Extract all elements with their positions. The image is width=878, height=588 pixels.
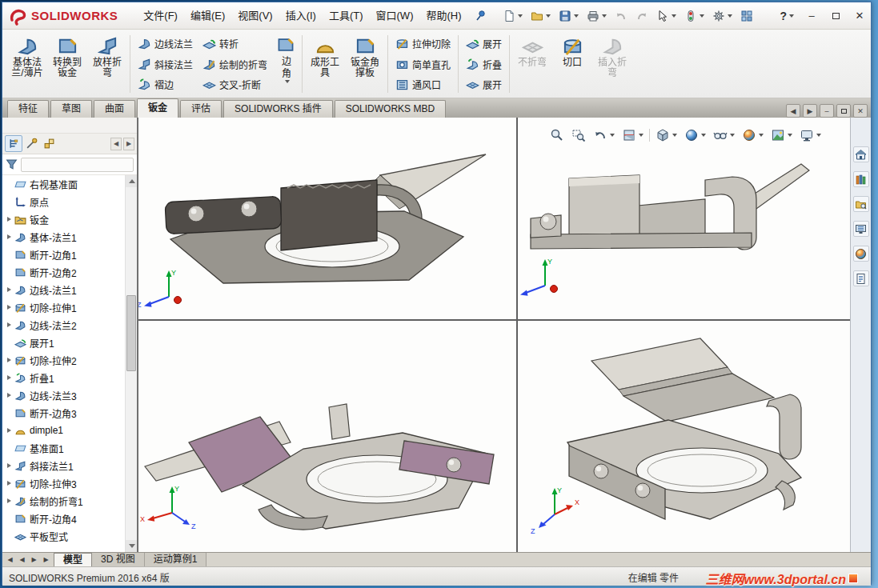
tab-sketch[interactable]: 草图: [50, 100, 92, 118]
hem-button[interactable]: 褶边: [133, 74, 198, 94]
expand-arrow-icon[interactable]: [5, 305, 14, 310]
open-dropdown-caret[interactable]: [546, 14, 551, 18]
last-tab-button[interactable]: ▶: [41, 556, 51, 563]
tree-item-edge-flange3[interactable]: 边线-法兰3: [2, 386, 125, 404]
print-dropdown-caret[interactable]: [602, 14, 607, 18]
custom-properties-button[interactable]: [853, 270, 869, 286]
previous-view-button[interactable]: [591, 126, 616, 144]
configurationmanager-tab[interactable]: [40, 135, 58, 152]
expand-arrow-icon[interactable]: [5, 498, 14, 503]
tree-item-unfold1[interactable]: 展开1: [2, 334, 125, 351]
tree-item-flat-pattern[interactable]: 平板型式: [2, 527, 125, 545]
tree-filter-input[interactable]: [21, 158, 134, 172]
tree-item-break-corner1[interactable]: 断开-边角1: [2, 246, 125, 263]
edit-appearance-button[interactable]: [740, 126, 765, 144]
view-settings-button[interactable]: [798, 126, 823, 144]
menu-tools[interactable]: 工具(T): [323, 3, 370, 29]
options-button[interactable]: [709, 6, 736, 26]
apply-scene-caret[interactable]: [788, 134, 792, 137]
doc-minimize-button[interactable]: –: [820, 104, 834, 118]
corner-button[interactable]: 边角: [272, 32, 299, 96]
expand-arrow-icon[interactable]: [5, 428, 14, 433]
doc-restore-button[interactable]: [836, 104, 851, 118]
expand-arrow-icon[interactable]: [5, 481, 14, 486]
appearances-button[interactable]: [853, 246, 869, 262]
print-button[interactable]: [583, 6, 610, 26]
minimize-button[interactable]: –: [800, 6, 823, 26]
help-dropdown-caret[interactable]: [789, 14, 794, 18]
edit-appearance-caret[interactable]: [759, 134, 764, 137]
pane-scroll-right-button[interactable]: ▶: [803, 104, 817, 118]
tree-item-sheet-metal[interactable]: 钣金: [2, 210, 125, 228]
close-button[interactable]: ✕: [848, 6, 871, 26]
tree-item-cut-extrude3[interactable]: 切除-拉伸3: [2, 474, 125, 492]
tab-motion-study1[interactable]: 运动算例1: [145, 553, 207, 566]
panel-expand-button[interactable]: ▶: [123, 138, 134, 150]
solidworks-resources-button[interactable]: [853, 146, 869, 162]
sheet-metal-gusset-button[interactable]: 钣金角 撑板: [345, 32, 385, 96]
hide-show-items-button[interactable]: [712, 126, 736, 144]
tab-model[interactable]: 模型: [54, 553, 92, 566]
viewport-splitter-vertical[interactable]: [516, 118, 518, 552]
vent-button[interactable]: 通风口: [391, 74, 455, 94]
tab-surfaces[interactable]: 曲面: [94, 100, 135, 118]
expand-arrow-icon[interactable]: [5, 287, 14, 292]
new-dropdown-caret[interactable]: [518, 14, 523, 18]
propertymanager-tab[interactable]: [22, 135, 40, 152]
menu-window[interactable]: 窗口(W): [370, 3, 420, 29]
rip-button[interactable]: 切口: [552, 32, 592, 96]
section-view-caret[interactable]: [639, 134, 643, 137]
tree-item-base-flange1[interactable]: 基体-法兰1: [2, 228, 125, 246]
scroll-up-button[interactable]: [126, 175, 137, 187]
view-orientation-caret[interactable]: [672, 134, 677, 137]
next-tab-button[interactable]: ▶: [29, 556, 39, 563]
menu-insert[interactable]: 插入(I): [279, 3, 323, 29]
section-view-button[interactable]: [620, 126, 645, 144]
tree-item-edge-flange2[interactable]: 边线-法兰2: [2, 316, 125, 334]
tree-item-plane1[interactable]: 基准面1: [2, 439, 125, 457]
expand-arrow-icon[interactable]: [5, 463, 14, 468]
scroll-down-button[interactable]: [126, 540, 137, 552]
tree-item-sketched-bend1[interactable]: 绘制的折弯1: [2, 492, 125, 510]
viewport-splitter-horizontal[interactable]: [138, 319, 852, 321]
tree-item-miter-flange1[interactable]: 斜接法兰1: [2, 457, 125, 474]
doc-close-button[interactable]: ✕: [853, 104, 868, 118]
viewport-quadrant-top-right[interactable]: Z Y: [518, 118, 852, 319]
file-explorer-button[interactable]: [853, 196, 869, 212]
tab-sheet-metal[interactable]: 钣金: [137, 98, 178, 118]
tab-features[interactable]: 特征: [7, 100, 49, 118]
menu-view[interactable]: 视图(V): [231, 3, 279, 29]
rebuild-dropdown-caret[interactable]: [700, 14, 704, 18]
expand-arrow-icon[interactable]: [5, 322, 14, 327]
tab-solidworks-mbd[interactable]: SOLIDWORKS MBD: [335, 100, 446, 118]
tree-item-cut-extrude2[interactable]: 切除-拉伸2: [2, 351, 125, 369]
rebuild-button[interactable]: [681, 6, 708, 26]
jog-button[interactable]: 转折: [198, 34, 272, 54]
extruded-cut-button[interactable]: 拉伸切除: [391, 34, 455, 54]
expand-arrow-icon[interactable]: [5, 217, 14, 222]
tab-solidworks-addins[interactable]: SOLIDWORKS 插件: [223, 100, 333, 118]
open-button[interactable]: [527, 6, 554, 26]
expand-arrow-icon[interactable]: [5, 375, 14, 380]
menu-edit[interactable]: 编辑(E): [184, 3, 231, 29]
save-button[interactable]: [555, 6, 582, 26]
select-dropdown-caret[interactable]: [672, 14, 676, 18]
tree-item-cut-extrude1[interactable]: 切除-拉伸1: [2, 298, 125, 316]
featuremanager-tree-tab[interactable]: [5, 135, 22, 152]
sketched-bend-button[interactable]: 绘制的折弯: [198, 54, 272, 74]
viewport-quadrant-top-left[interactable]: Z Y: [138, 118, 516, 319]
previous-view-caret[interactable]: [610, 134, 615, 137]
menu-file[interactable]: 文件(F): [137, 3, 184, 29]
options-dropdown-caret[interactable]: [728, 14, 732, 18]
prev-tab-button[interactable]: ◀: [17, 556, 27, 563]
zoom-to-area-button[interactable]: [570, 126, 587, 144]
display-style-caret[interactable]: [701, 134, 706, 137]
display-style-button[interactable]: [683, 126, 708, 144]
tree-item-break-corner2[interactable]: 断开-边角2: [2, 263, 125, 281]
select-button[interactable]: [653, 6, 680, 26]
unfold-button[interactable]: 展开: [461, 34, 507, 54]
expand-arrow-icon[interactable]: [5, 393, 14, 398]
lofted-bend-button[interactable]: 放样折 弯: [87, 32, 127, 96]
tree-item-right-plane[interactable]: 右视基准面: [2, 175, 125, 193]
corner-dropdown-caret[interactable]: [285, 80, 290, 83]
